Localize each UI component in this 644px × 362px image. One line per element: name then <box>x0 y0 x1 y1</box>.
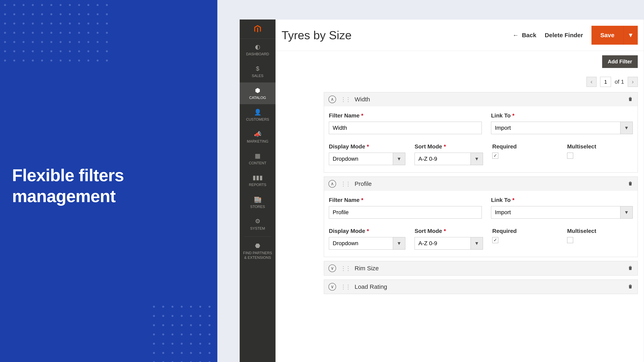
required-label: Required <box>492 143 558 150</box>
sidebar-item-stores[interactable]: 🏬STORES <box>240 191 276 213</box>
admin-sidebar: ◐DASHBOARD $SALES ⬢CATALOG 👤CUSTOMERS 📣M… <box>240 19 276 362</box>
chevron-down-icon: ▼ <box>470 237 483 250</box>
decorative-dots <box>4 4 110 63</box>
filter-name-label: Filter Name* <box>329 197 482 203</box>
chevron-down-icon: ▼ <box>393 237 405 250</box>
cube-stack-icon: ⬣ <box>255 242 260 250</box>
sort-mode-select[interactable]: A-Z 0-9▼ <box>414 237 483 250</box>
filter-card-header: ∧⋮⋮Width <box>324 92 638 106</box>
sidebar-item-partners[interactable]: ⬣FIND PARTNERS & EXTENSIONS <box>240 238 276 264</box>
filter-card-header: ∨⋮⋮Load Rating <box>324 280 638 294</box>
sidebar-item-customers[interactable]: 👤CUSTOMERS <box>240 104 276 126</box>
required-checkbox[interactable]: ✓ <box>492 153 498 159</box>
delete-filter-button[interactable] <box>628 96 633 103</box>
multiselect-checkbox[interactable] <box>567 237 573 243</box>
chevron-down-icon: ▼ <box>620 206 633 219</box>
decorative-dots <box>153 306 217 362</box>
main-content: Tyres by Size ← Back Delete Finder Save … <box>276 19 644 362</box>
storefront-icon: 🏬 <box>254 195 262 203</box>
display-mode-label: Display Mode* <box>329 228 405 234</box>
drag-handle-icon[interactable]: ⋮⋮ <box>340 181 350 187</box>
page-of-label: of 1 <box>614 79 624 85</box>
link-to-select[interactable]: Import▼ <box>491 122 633 134</box>
chevron-down-icon: ▼ <box>620 122 633 134</box>
promo-panel: Flexible filters management <box>0 0 217 362</box>
admin-app-shell: ◐DASHBOARD $SALES ⬢CATALOG 👤CUSTOMERS 📣M… <box>240 19 644 362</box>
sort-mode-label: Sort Mode* <box>414 143 483 150</box>
delete-filter-button[interactable] <box>628 180 633 187</box>
magento-logo[interactable] <box>240 19 276 39</box>
link-to-label: Link To* <box>491 112 633 119</box>
delete-finder-button[interactable]: Delete Finder <box>545 32 583 39</box>
sidebar-item-content[interactable]: ▦CONTENT <box>240 148 276 170</box>
filter-card-body: Filter Name*Link To*Import▼Display Mode*… <box>324 191 638 257</box>
filter-card: ∧⋮⋮ProfileFilter Name*Link To*Import▼Dis… <box>324 177 638 257</box>
filter-card: ∨⋮⋮Rim Size <box>324 261 638 276</box>
dollar-icon: $ <box>256 64 260 72</box>
sidebar-item-marketing[interactable]: 📣MARKETING <box>240 126 276 148</box>
arrow-left-icon: ← <box>512 32 518 39</box>
chevron-down-icon: ▼ <box>470 153 483 165</box>
collapse-toggle[interactable]: ∨ <box>328 283 336 291</box>
sidebar-separator <box>244 236 271 237</box>
required-checkbox[interactable]: ✓ <box>492 237 498 243</box>
filter-card-header: ∨⋮⋮Rim Size <box>324 261 638 275</box>
delete-filter-button[interactable] <box>628 283 633 290</box>
layout-icon: ▦ <box>255 152 260 160</box>
page-title: Tyres by Size <box>282 28 352 42</box>
drag-handle-icon[interactable]: ⋮⋮ <box>340 265 350 272</box>
display-mode-select[interactable]: Dropdown▼ <box>329 153 405 165</box>
collapse-toggle[interactable]: ∧ <box>328 95 336 103</box>
page-next-button[interactable]: › <box>628 77 638 87</box>
filter-card: ∨⋮⋮Load Rating <box>324 280 638 294</box>
gear-icon: ⚙ <box>255 217 260 225</box>
bar-chart-icon: ▮▮▮ <box>252 174 263 181</box>
display-mode-label: Display Mode* <box>329 143 405 150</box>
filter-card: ∧⋮⋮WidthFilter Name*Link To*Import▼Displ… <box>324 92 638 173</box>
drag-handle-icon[interactable]: ⋮⋮ <box>340 284 350 290</box>
filter-title: Width <box>354 96 370 103</box>
filter-name-label: Filter Name* <box>329 112 482 119</box>
filter-title: Profile <box>354 180 372 187</box>
drag-handle-icon[interactable]: ⋮⋮ <box>340 96 350 103</box>
add-filter-button[interactable]: Add Filter <box>602 55 638 68</box>
sidebar-item-catalog[interactable]: ⬢CATALOG <box>240 82 276 104</box>
page-header: Tyres by Size ← Back Delete Finder Save … <box>276 19 644 51</box>
collapse-toggle[interactable]: ∨ <box>328 265 336 272</box>
required-label: Required <box>492 228 558 234</box>
display-mode-select[interactable]: Dropdown▼ <box>329 237 405 250</box>
filter-title: Rim Size <box>354 265 379 272</box>
link-to-select[interactable]: Import▼ <box>491 206 633 219</box>
chevron-down-icon: ▼ <box>393 153 405 165</box>
sidebar-item-reports[interactable]: ▮▮▮REPORTS <box>240 170 276 191</box>
promo-headline: Flexible filters management <box>12 165 124 207</box>
save-button[interactable]: Save <box>592 26 623 45</box>
save-dropdown-button[interactable]: ▼ <box>623 26 638 45</box>
back-button[interactable]: ← Back <box>512 32 536 39</box>
collapse-toggle[interactable]: ∧ <box>328 180 336 188</box>
sort-mode-label: Sort Mode* <box>414 228 483 234</box>
megaphone-icon: 📣 <box>254 130 262 138</box>
person-icon: 👤 <box>254 108 262 116</box>
gauge-icon: ◐ <box>255 43 260 51</box>
multiselect-checkbox[interactable] <box>567 153 573 159</box>
filter-card-body: Filter Name*Link To*Import▼Display Mode*… <box>324 106 638 172</box>
filter-name-input[interactable] <box>329 122 482 134</box>
page-input[interactable] <box>600 77 611 87</box>
filter-card-header: ∧⋮⋮Profile <box>324 177 638 191</box>
multiselect-label: Multiselect <box>567 143 633 150</box>
sidebar-item-dashboard[interactable]: ◐DASHBOARD <box>240 39 276 60</box>
link-to-label: Link To* <box>491 197 633 203</box>
pagination: ‹ of 1 › <box>276 68 644 92</box>
multiselect-label: Multiselect <box>567 228 633 234</box>
sort-mode-select[interactable]: A-Z 0-9▼ <box>414 153 483 165</box>
sidebar-item-sales[interactable]: $SALES <box>240 60 276 82</box>
page-prev-button[interactable]: ‹ <box>586 77 596 87</box>
delete-filter-button[interactable] <box>628 265 633 272</box>
filter-name-input[interactable] <box>329 206 482 219</box>
sidebar-item-system[interactable]: ⚙SYSTEM <box>240 213 276 235</box>
filter-title: Load Rating <box>354 283 387 290</box>
cube-icon: ⬢ <box>255 86 260 94</box>
